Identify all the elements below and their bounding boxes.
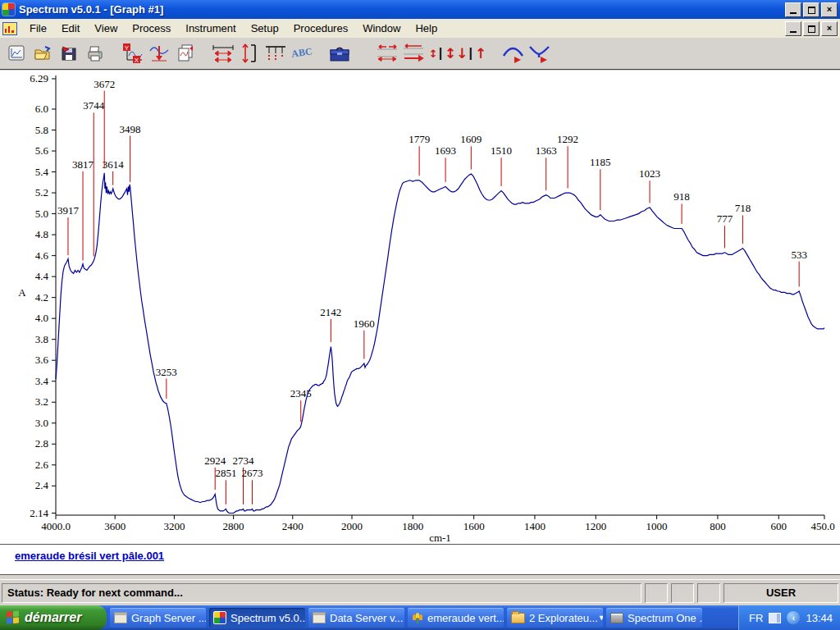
close-button[interactable]: × — [821, 2, 838, 17]
svg-text:2734: 2734 — [233, 454, 255, 467]
svg-text:600: 600 — [771, 520, 788, 532]
svg-text:ABC: ABC — [290, 45, 313, 59]
svg-text:3.6: 3.6 — [35, 354, 49, 366]
svg-text:2400: 2400 — [282, 520, 304, 532]
menu-view[interactable]: View — [87, 20, 125, 37]
svg-text:5.8: 5.8 — [35, 124, 48, 136]
taskbar-task-emeraude[interactable]: emeraude vert... — [408, 608, 504, 628]
hide-icons-button[interactable]: ‹ — [787, 611, 800, 624]
legend-bar: emeraude brésil vert pâle.001 — [0, 544, 840, 575]
menu-bar: File Edit View Process Instrument Setup … — [0, 19, 840, 39]
peak-down-button[interactable] — [527, 41, 553, 66]
minimize-icon — [790, 12, 797, 14]
svg-text:3253: 3253 — [156, 366, 177, 378]
taskbar-task-explorer-group[interactable]: 2 Explorateu... ▼ — [507, 608, 603, 628]
bracket-icon: | — [439, 46, 442, 61]
scale-x-full-button[interactable] — [374, 41, 400, 66]
child-restore-button[interactable] — [803, 21, 819, 36]
peak-labels: 3917381737443672361434983253292428512734… — [57, 78, 807, 504]
menu-help[interactable]: Help — [408, 20, 445, 37]
open-folder-icon — [33, 43, 52, 63]
autoscale-curve-icon — [148, 43, 170, 64]
spectrum-curve — [56, 173, 824, 514]
svg-text:6.29: 6.29 — [30, 72, 48, 84]
taskbar-task-data-server[interactable]: Data Server v... — [308, 608, 404, 628]
scale-x-auto-button[interactable] — [400, 41, 427, 66]
spectrum-plot[interactable]: 6.296.05.85.65.45.25.04.84.64.44.24.03.8… — [0, 71, 840, 544]
start-button[interactable]: démarrer — [0, 605, 107, 630]
scale-y-full-button[interactable]: ↕↓ | — [445, 41, 472, 66]
svg-text:1185: 1185 — [590, 156, 611, 168]
peak-up-button[interactable] — [500, 41, 527, 66]
child-minimize-button[interactable] — [785, 21, 801, 36]
taskbar-task-graph-server[interactable]: Graph Server ... — [110, 608, 206, 628]
scale-y-compress-button[interactable]: ↕ | — [427, 41, 445, 66]
graph-document-icon[interactable] — [2, 22, 17, 35]
toolbox-button[interactable] — [326, 41, 353, 66]
expand-x-button[interactable] — [210, 41, 236, 66]
status-message: Status: Ready for next command... — [2, 583, 641, 603]
expand-y-button[interactable] — [236, 41, 262, 66]
save-button[interactable] — [56, 41, 82, 66]
restore-button[interactable] — [803, 2, 819, 17]
svg-text:533: 533 — [791, 249, 807, 261]
status-pane-1 — [645, 583, 668, 603]
svg-text:2142: 2142 — [320, 306, 341, 318]
svg-text:3744: 3744 — [83, 99, 105, 112]
axes-range-button[interactable]: Y X — [120, 41, 146, 66]
tray-app-icon[interactable] — [769, 613, 781, 623]
svg-text:4000.0: 4000.0 — [41, 520, 71, 532]
menu-instrument[interactable]: Instrument — [178, 20, 243, 37]
menu-procedures[interactable]: Procedures — [286, 20, 355, 37]
svg-text:2800: 2800 — [223, 520, 244, 532]
menu-process[interactable]: Process — [125, 20, 178, 37]
svg-text:5.6: 5.6 — [35, 144, 49, 157]
svg-text:1779: 1779 — [409, 133, 430, 145]
label-peaks-button[interactable] — [262, 41, 289, 66]
svg-text:1200: 1200 — [585, 520, 606, 532]
taskbar-task-spectrum[interactable]: Spectrum v5.0... — [209, 608, 305, 628]
chevron-down-icon: ▼ — [598, 614, 603, 622]
svg-text:3672: 3672 — [94, 78, 115, 90]
taskbar: démarrer Graph Server ... Spectrum v5.0.… — [0, 605, 840, 630]
text-label-button[interactable]: ABC — [289, 41, 315, 66]
new-graph-icon — [7, 43, 26, 63]
scale-y-up-button[interactable]: ↑ — [472, 41, 489, 66]
menu-setup[interactable]: Setup — [244, 20, 286, 37]
spectrum-filename-link[interactable]: emeraude brésil vert pâle.001 — [15, 550, 164, 562]
text-abc-icon: ABC — [290, 43, 314, 63]
svg-text:4.6: 4.6 — [35, 249, 49, 262]
menu-window[interactable]: Window — [355, 20, 408, 37]
taskbar-task-spectrum-one[interactable]: Spectrum One ... — [606, 608, 702, 628]
autoscale-button[interactable] — [146, 41, 172, 66]
spectrum-chart[interactable]: 6.296.05.85.65.45.25.04.84.64.44.24.03.8… — [0, 71, 840, 544]
svg-text:3.8: 3.8 — [35, 333, 48, 345]
peak-down-icon — [527, 43, 552, 64]
task-label: 2 Explorateu... — [529, 612, 598, 624]
menu-edit[interactable]: Edit — [54, 20, 87, 37]
copy-graph-button[interactable] — [172, 41, 199, 66]
print-button[interactable] — [82, 41, 108, 66]
flower-icon — [412, 612, 423, 623]
svg-text:4.4: 4.4 — [35, 270, 49, 282]
open-button[interactable] — [30, 41, 56, 66]
status-bar: Status: Ready for next command... USER — [0, 579, 840, 605]
new-graph-button[interactable] — [3, 41, 30, 66]
expand-horizontal-icon — [212, 43, 235, 64]
task-label: Data Server v... — [330, 612, 403, 624]
task-label: emeraude vert... — [427, 612, 504, 624]
child-close-button[interactable]: × — [821, 21, 838, 36]
language-indicator[interactable]: FR — [749, 612, 763, 624]
svg-text:3917: 3917 — [57, 204, 80, 217]
svg-text:450.0: 450.0 — [810, 520, 834, 532]
svg-text:3600: 3600 — [104, 520, 126, 532]
svg-text:1693: 1693 — [435, 144, 456, 157]
svg-text:1960: 1960 — [354, 317, 375, 330]
svg-text:2.14: 2.14 — [30, 507, 48, 519]
menu-file[interactable]: File — [22, 20, 54, 37]
toolbox-icon — [328, 43, 351, 64]
svg-text:1363: 1363 — [536, 144, 557, 157]
minimize-button[interactable] — [785, 2, 801, 17]
svg-text:X: X — [135, 57, 139, 64]
svg-text:2.8: 2.8 — [35, 437, 48, 450]
